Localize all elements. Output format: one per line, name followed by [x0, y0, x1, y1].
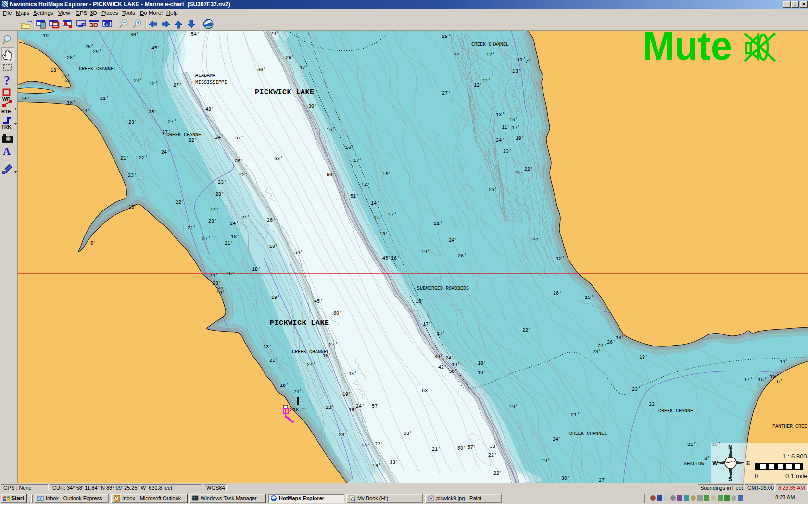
svg-text:18': 18' — [252, 267, 261, 272]
svg-text:15': 15' — [758, 377, 767, 383]
svg-text:24': 24' — [496, 138, 505, 143]
svg-text:23': 23' — [593, 349, 601, 355]
svg-text:28': 28' — [85, 44, 94, 49]
svg-text:19': 19' — [542, 458, 550, 464]
svg-text:22': 22' — [649, 402, 657, 407]
svg-text:60': 60' — [333, 311, 342, 316]
svg-text:24': 24' — [445, 356, 454, 361]
svg-text:CREEK CHANNEL: CREEK CHANNEL — [569, 431, 607, 436]
svg-text:3D: 3D — [89, 21, 98, 29]
svg-text:17': 17' — [744, 377, 753, 383]
svg-text:26': 26' — [286, 55, 294, 61]
svg-text:S: S — [728, 476, 732, 483]
svg-text:22': 22' — [375, 442, 383, 447]
svg-text:22': 22' — [149, 81, 158, 87]
svg-text:19': 19' — [349, 408, 357, 413]
svg-text:24': 24' — [598, 344, 606, 349]
svg-text:21': 21' — [188, 225, 196, 231]
svg-text:30': 30' — [130, 32, 139, 37]
svg-text:21': 21' — [100, 96, 109, 101]
svg-text:54': 54' — [294, 250, 303, 256]
svg-text:19': 19' — [43, 33, 51, 38]
svg-text:23': 23' — [632, 387, 641, 392]
svg-text:16': 16' — [391, 256, 400, 261]
svg-text:19': 19' — [342, 392, 351, 397]
svg-text:36': 36' — [235, 159, 243, 164]
svg-text:11': 11' — [502, 125, 510, 130]
svg-text:23': 23' — [503, 149, 512, 154]
svg-text:23': 23' — [208, 219, 217, 224]
svg-text:30': 30' — [308, 104, 317, 109]
svg-text:16': 16' — [345, 145, 354, 150]
svg-text:N: N — [728, 444, 732, 451]
svg-text:21': 21' — [687, 442, 696, 447]
svg-text:CREEK CHANNEL: CREEK CHANNEL — [79, 66, 116, 72]
svg-text:17': 17' — [388, 212, 397, 218]
svg-text:22': 22' — [493, 471, 502, 476]
svg-text:60': 60' — [257, 67, 266, 73]
svg-text:26': 26' — [267, 218, 276, 223]
svg-text:45': 45' — [382, 256, 391, 261]
svg-text:21': 21' — [241, 215, 250, 221]
svg-text:19': 19' — [452, 362, 460, 368]
svg-text:23': 23' — [339, 433, 347, 438]
svg-text:26': 26' — [226, 272, 235, 277]
svg-text:15': 15' — [21, 97, 30, 102]
svg-text:28': 28' — [458, 253, 467, 259]
svg-text:33': 33' — [490, 444, 498, 449]
svg-text:Mute: Mute — [643, 31, 732, 68]
svg-text:i: i — [106, 22, 108, 27]
svg-text:16': 16' — [509, 117, 518, 123]
svg-text:63': 63' — [274, 156, 283, 161]
svg-text:19': 19' — [421, 249, 430, 255]
svg-text:0.1 mile: 0.1 mile — [785, 472, 808, 480]
svg-text:19': 19' — [269, 244, 278, 249]
svg-text:17': 17' — [512, 125, 520, 131]
svg-text:22': 22' — [488, 453, 497, 458]
svg-text:?: ? — [4, 74, 10, 87]
svg-text:28': 28' — [442, 34, 451, 39]
svg-text:22': 22' — [522, 328, 531, 333]
svg-text:19': 19' — [516, 136, 524, 141]
svg-text:22': 22' — [326, 405, 334, 410]
svg-text:218.1': 218.1' — [290, 408, 307, 413]
svg-text:14': 14' — [371, 201, 379, 206]
svg-text:6': 6' — [777, 379, 783, 384]
svg-text:24': 24' — [215, 135, 224, 140]
svg-text:51': 51' — [350, 194, 359, 199]
svg-text:23': 23' — [213, 281, 221, 286]
svg-text:23': 23' — [128, 173, 137, 178]
svg-text:CREEK CHANNEL: CREEK CHANNEL — [166, 132, 204, 137]
svg-text:21': 21' — [434, 221, 442, 226]
svg-text:CREEK CHANNEL: CREEK CHANNEL — [471, 42, 509, 47]
svg-text:18': 18' — [50, 68, 59, 73]
svg-text:21': 21' — [269, 358, 278, 363]
svg-text:30': 30' — [449, 369, 457, 374]
svg-text:18': 18' — [478, 361, 486, 366]
svg-text:SHALLOW: SHALLOW — [684, 461, 704, 467]
svg-text:A: A — [3, 145, 11, 157]
svg-text:24': 24' — [293, 389, 302, 395]
svg-text:22': 22' — [139, 155, 148, 161]
svg-text:26': 26' — [489, 187, 497, 193]
svg-text:60': 60' — [327, 173, 335, 178]
svg-text:19': 19' — [639, 355, 648, 360]
svg-text:63': 63' — [404, 431, 412, 436]
svg-text:19': 19' — [361, 444, 370, 449]
svg-text:15': 15' — [585, 295, 593, 300]
svg-text:26': 26' — [607, 340, 616, 345]
svg-text:48': 48' — [348, 371, 357, 377]
svg-text:27': 27' — [168, 119, 177, 124]
svg-text:27': 27' — [173, 83, 182, 88]
svg-text:22': 22' — [524, 167, 533, 172]
svg-text:21': 21' — [225, 241, 233, 246]
svg-text:TRK: TRK — [1, 124, 12, 130]
svg-text:27': 27' — [202, 236, 211, 242]
svg-text:19': 19' — [509, 404, 518, 409]
svg-text:17': 17' — [300, 65, 308, 71]
svg-text:28': 28' — [215, 192, 224, 197]
svg-text:14': 14' — [81, 109, 90, 114]
svg-text:24': 24' — [307, 362, 316, 368]
svg-text:18': 18' — [372, 463, 381, 469]
svg-text:17': 17' — [423, 322, 431, 327]
